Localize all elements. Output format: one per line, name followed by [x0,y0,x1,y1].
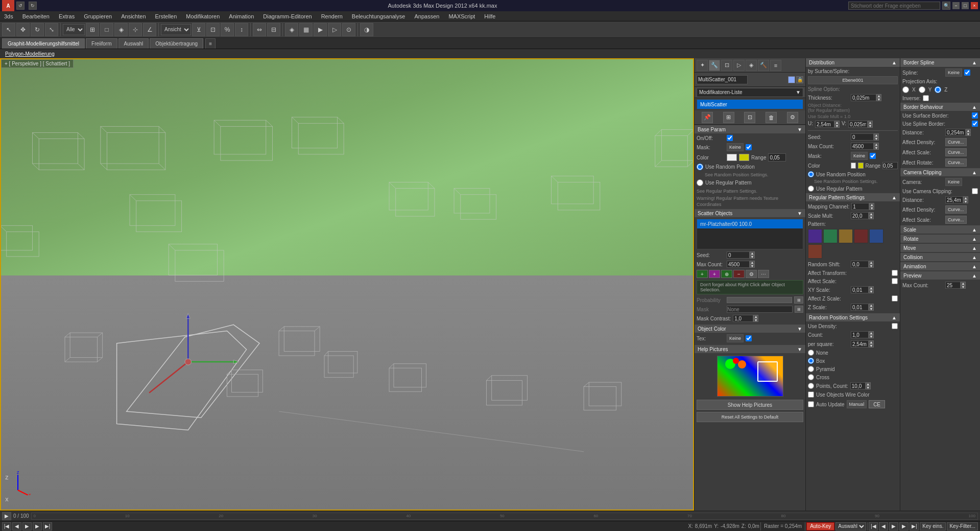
bd-dn[interactable]: ▼ [966,132,971,136]
thick-up[interactable]: ▲ [876,94,881,98]
render-frame[interactable]: ▶ [314,23,327,36]
affect-transform-checkbox[interactable] [892,270,898,276]
seed-input[interactable] [727,251,750,259]
menu-animation[interactable]: Animation [227,13,256,19]
scale-tool[interactable]: ⤡ [45,23,58,36]
align-tool[interactable]: ⊟ [267,23,280,36]
scatter-add-icon[interactable]: + [697,270,708,278]
maximize-button[interactable]: □ [962,2,969,9]
cd-dn[interactable]: ▼ [963,200,968,203]
scatter-extra-icon[interactable]: ⋯ [758,270,769,278]
scatter-remove-icon[interactable]: − [733,270,745,278]
viewport[interactable]: + [ Perspektive ] [ Schattiert ] [0,58,694,511]
dist-points-radio[interactable] [808,383,814,389]
pattern-cell-6[interactable] [808,244,822,259]
delete-modifier-icon[interactable]: 🗑 [766,112,777,123]
snap-toggle[interactable]: ⊹ [129,23,142,36]
mapping-channel-input[interactable] [851,203,869,210]
lock-icon[interactable]: 🔒 [796,76,803,83]
scale-mult-input[interactable] [851,212,869,219]
scatter-add2-icon[interactable]: ⊕ [721,270,732,278]
cnt-dn[interactable]: ▼ [869,335,874,338]
pattern-cell-4[interactable] [854,229,868,243]
v-dn[interactable]: ▼ [868,124,873,128]
prob-right-btn[interactable]: ⊞ [794,296,803,304]
menu-erstellen[interactable]: Erstellen [153,13,179,19]
select-by-name[interactable]: ⊞ [86,23,99,36]
scale-header[interactable]: Scale ▲ [900,225,980,234]
rs-dn[interactable]: ▼ [869,264,874,268]
rotate-tool[interactable]: ↻ [31,23,44,36]
menu-3ds[interactable]: 3ds [2,13,15,19]
use-spline-checkbox[interactable] [972,121,978,127]
axis-y-radio[interactable] [919,86,925,93]
seed-spin-down[interactable]: ▼ [750,255,755,259]
camera-clipping-header[interactable]: Camera Clipping ▲ [900,168,980,176]
menu-modifikatoren[interactable]: Modifikatoren [184,13,222,19]
mc-spin-down[interactable]: ▼ [753,318,758,322]
mirror-tool[interactable]: ⇔ [253,23,266,36]
surface-dropdown[interactable]: Ebene001 [808,76,898,84]
cam-affect-scale-btn[interactable]: Curve... [945,216,967,224]
sm-dn[interactable]: ▼ [869,216,874,219]
render-setup[interactable]: ▦ [299,23,313,36]
mask-right-btn[interactable]: ⊞ [795,306,803,313]
pb-start[interactable]: |◀ [869,522,878,530]
select-tool[interactable]: ↖ [2,23,15,36]
spline-checkbox[interactable] [964,70,970,76]
axis-z-radio[interactable] [935,86,941,93]
modifier-item-multiscatter[interactable]: MultiScatter [697,100,803,109]
random-pos-settings-header[interactable]: Random Position Settings ▲ [806,313,900,321]
prob-slider[interactable] [727,297,792,303]
extra-panel-icon[interactable]: ≡ [770,60,781,71]
cd-up[interactable]: ▲ [963,196,968,200]
use-density-checkbox[interactable] [892,323,898,329]
scatter-add-pink-icon[interactable]: + [709,270,720,278]
subtab-polygon[interactable]: Polygon-Modellierung [2,51,58,57]
tab-auswahl[interactable]: Auswahl [118,38,149,49]
zs-dn[interactable]: ▼ [869,307,874,311]
object-name-input[interactable] [697,75,748,84]
u-dn[interactable]: ▼ [834,124,840,128]
toolbar-mini-btn2[interactable]: ↻ [29,2,37,10]
auto-update-checkbox[interactable] [808,401,814,407]
thick-dn[interactable]: ▼ [876,98,881,101]
dist-color-swatch[interactable] [851,163,856,169]
menu-anpassen[interactable]: Anpassen [412,13,441,19]
cam-affect-density-btn[interactable]: Curve... [945,205,967,214]
border-distance-input[interactable] [945,129,966,136]
use-regular-pattern-radio[interactable] [697,179,703,186]
display-panel-icon[interactable]: ◈ [746,60,757,71]
mode-select[interactable]: Auswahl [835,522,866,530]
show-help-button[interactable]: Show Help Pictures [697,400,803,410]
dist-cross-radio[interactable] [808,374,814,380]
selection-filter[interactable]: Alle [63,24,85,35]
ps-dn[interactable]: ▼ [869,344,874,348]
tab-extra-btn[interactable]: ≡ [205,38,216,49]
pb-end[interactable]: ▶| [910,522,919,530]
menu-gruppieren[interactable]: Gruppieren [82,13,114,19]
rotate-header[interactable]: Rotate ▲ [900,235,980,243]
pattern-cell-1[interactable] [808,229,822,243]
ds-dn[interactable]: ▼ [874,137,879,141]
menu-rendern[interactable]: Rendern [319,13,345,19]
dist-regular-radio[interactable] [808,186,814,192]
rect-select[interactable]: □ [100,23,113,36]
affect-z-scale-checkbox[interactable] [892,295,898,302]
max-count-spin-down[interactable]: ▼ [750,264,755,268]
points-count-input[interactable] [850,382,866,389]
menu-ansichten[interactable]: Ansichten [119,13,148,19]
manual-button[interactable]: Manual [847,400,867,408]
dist-mask-dropdown[interactable]: Keine [851,152,868,160]
count-input[interactable] [851,331,869,338]
preview-header[interactable]: Preview ▲ [900,271,980,280]
mask-dropdown[interactable]: Keine [727,143,744,151]
minimize-button[interactable]: − [952,2,960,9]
spline-dropdown[interactable]: Keine [945,68,962,77]
pb-next[interactable]: ▶ [899,522,909,530]
xy-up[interactable]: ▲ [869,286,874,290]
rs-up[interactable]: ▲ [869,261,874,264]
color-swatch-btn[interactable] [788,76,795,83]
on-off-checkbox[interactable] [727,135,733,141]
affect-rotate-curve-btn[interactable]: Curve... [945,158,967,167]
